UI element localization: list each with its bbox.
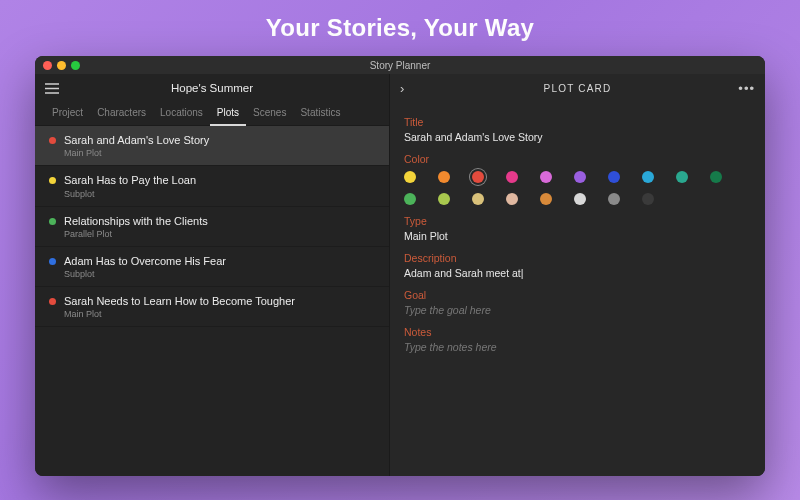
left-panel: Hope's Summer ProjectCharactersLocations… bbox=[35, 74, 390, 476]
plot-item-title: Adam Has to Overcome His Fear bbox=[64, 254, 226, 268]
color-swatch[interactable] bbox=[506, 171, 518, 183]
label-title: Title bbox=[404, 116, 751, 128]
app-window: Story Planner Hope's Summer ProjectChara… bbox=[35, 56, 765, 476]
color-swatch[interactable] bbox=[608, 171, 620, 183]
plot-list-item[interactable]: Sarah and Adam's Love StoryMain Plot bbox=[35, 126, 389, 166]
color-swatch[interactable] bbox=[642, 193, 654, 205]
tab-plots[interactable]: Plots bbox=[210, 102, 246, 126]
plot-item-subtitle: Subplot bbox=[64, 189, 196, 199]
hero-tagline: Your Stories, Your Way bbox=[266, 14, 534, 42]
field-type[interactable]: Main Plot bbox=[404, 230, 751, 242]
plot-item-subtitle: Parallel Plot bbox=[64, 229, 208, 239]
close-window-icon[interactable] bbox=[43, 61, 52, 70]
mac-titlebar: Story Planner bbox=[35, 56, 765, 74]
color-swatch[interactable] bbox=[574, 171, 586, 183]
label-color: Color bbox=[404, 153, 751, 165]
plot-list-item[interactable]: Sarah Has to Pay the LoanSubplot bbox=[35, 166, 389, 206]
label-description: Description bbox=[404, 252, 751, 264]
plot-card-form: Title Sarah and Adam's Love Story Color … bbox=[390, 102, 765, 363]
color-swatch[interactable] bbox=[540, 193, 552, 205]
main-content: Hope's Summer ProjectCharactersLocations… bbox=[35, 74, 765, 476]
label-goal: Goal bbox=[404, 289, 751, 301]
minimize-window-icon[interactable] bbox=[57, 61, 66, 70]
plot-color-dot bbox=[49, 298, 56, 305]
color-swatch[interactable] bbox=[574, 193, 586, 205]
titlebar-title: Story Planner bbox=[35, 60, 765, 71]
detail-header-title: PLOT CARD bbox=[390, 83, 765, 94]
plot-color-dot bbox=[49, 177, 56, 184]
tab-project[interactable]: Project bbox=[45, 102, 90, 125]
plot-list-item[interactable]: Adam Has to Overcome His FearSubplot bbox=[35, 247, 389, 287]
color-swatch[interactable] bbox=[642, 171, 654, 183]
field-goal[interactable]: Type the goal here bbox=[404, 304, 751, 316]
left-header: Hope's Summer bbox=[35, 74, 389, 102]
tab-scenes[interactable]: Scenes bbox=[246, 102, 293, 125]
tab-characters[interactable]: Characters bbox=[90, 102, 153, 125]
color-swatch[interactable] bbox=[404, 193, 416, 205]
plot-item-subtitle: Main Plot bbox=[64, 309, 295, 319]
plot-item-subtitle: Main Plot bbox=[64, 148, 209, 158]
color-swatch[interactable] bbox=[608, 193, 620, 205]
color-swatch[interactable] bbox=[710, 171, 722, 183]
field-title[interactable]: Sarah and Adam's Love Story bbox=[404, 131, 751, 143]
plot-item-title: Sarah Needs to Learn How to Become Tough… bbox=[64, 294, 295, 308]
fullscreen-window-icon[interactable] bbox=[71, 61, 80, 70]
plot-color-dot bbox=[49, 218, 56, 225]
tab-locations[interactable]: Locations bbox=[153, 102, 210, 125]
color-swatch[interactable] bbox=[472, 171, 484, 183]
field-description[interactable]: Adam and Sarah meet at bbox=[404, 267, 751, 279]
field-notes[interactable]: Type the notes here bbox=[404, 341, 751, 353]
color-swatch[interactable] bbox=[540, 171, 552, 183]
color-swatch[interactable] bbox=[438, 193, 450, 205]
tab-bar: ProjectCharactersLocationsPlotsScenesSta… bbox=[35, 102, 389, 126]
plot-item-title: Relationships with the Clients bbox=[64, 214, 208, 228]
plot-item-title: Sarah Has to Pay the Loan bbox=[64, 173, 196, 187]
plot-color-dot bbox=[49, 258, 56, 265]
right-header: › PLOT CARD ••• bbox=[390, 74, 765, 102]
plot-item-title: Sarah and Adam's Love Story bbox=[64, 133, 209, 147]
plot-color-dot bbox=[49, 137, 56, 144]
color-swatch[interactable] bbox=[404, 171, 416, 183]
label-type: Type bbox=[404, 215, 751, 227]
color-swatch[interactable] bbox=[438, 171, 450, 183]
color-swatch[interactable] bbox=[472, 193, 484, 205]
right-panel: › PLOT CARD ••• Title Sarah and Adam's L… bbox=[390, 74, 765, 476]
label-notes: Notes bbox=[404, 326, 751, 338]
plot-item-subtitle: Subplot bbox=[64, 269, 226, 279]
tab-statistics[interactable]: Statistics bbox=[293, 102, 347, 125]
project-title: Hope's Summer bbox=[35, 82, 389, 94]
color-picker bbox=[404, 171, 751, 205]
traffic-lights[interactable] bbox=[43, 61, 80, 70]
plot-list-item[interactable]: Sarah Needs to Learn How to Become Tough… bbox=[35, 287, 389, 327]
color-swatch[interactable] bbox=[506, 193, 518, 205]
plot-list: Sarah and Adam's Love StoryMain PlotSara… bbox=[35, 126, 389, 476]
plot-list-item[interactable]: Relationships with the ClientsParallel P… bbox=[35, 207, 389, 247]
color-swatch[interactable] bbox=[676, 171, 688, 183]
more-icon[interactable]: ••• bbox=[738, 81, 755, 96]
